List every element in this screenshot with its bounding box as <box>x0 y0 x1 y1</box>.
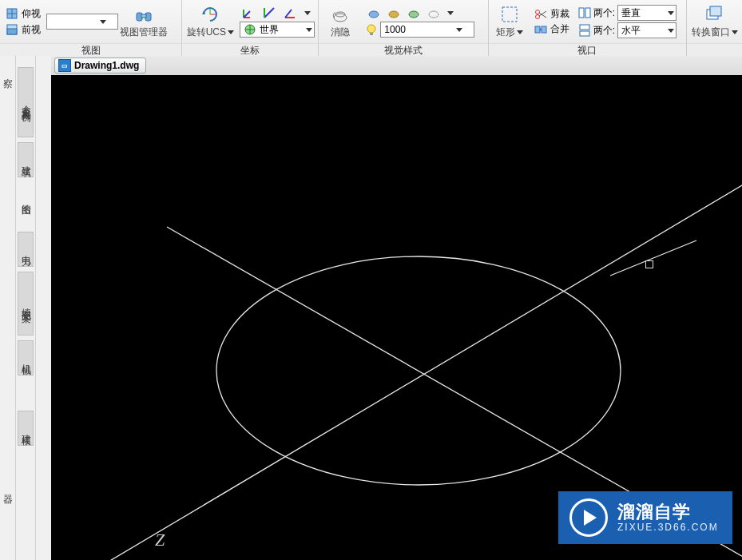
teapot-flat-icon <box>407 6 420 19</box>
shade-btn-4[interactable] <box>425 6 442 20</box>
vp-trim-button[interactable]: 剪裁 <box>532 7 572 22</box>
vp-rect-label: 矩形 <box>496 26 515 39</box>
view-name-input[interactable] <box>50 15 97 28</box>
axis-yz-icon <box>263 6 276 19</box>
dwg-file-icon: ▭ <box>58 59 71 72</box>
svg-point-25 <box>367 25 375 33</box>
palette-tab-architecture[interactable]: 建筑 <box>18 142 34 177</box>
svg-rect-33 <box>542 26 546 33</box>
ucs-xy-button[interactable] <box>240 6 257 20</box>
svg-point-21 <box>369 11 379 18</box>
merge-icon <box>534 23 547 36</box>
svg-point-24 <box>429 11 438 18</box>
vp-row2-combo[interactable]: 水平 <box>617 22 677 38</box>
document-tab[interactable]: ▭ Drawing1.dwg <box>54 58 146 73</box>
document-tab-label: Drawing1.dwg <box>74 60 139 71</box>
chevron-down-icon <box>732 30 738 34</box>
chevron-down-icon <box>304 11 311 15</box>
teapot-solid-icon <box>367 6 380 19</box>
group-label-visual: 视觉样式 <box>319 43 487 57</box>
palette-tab-mechanical[interactable]: 机械 <box>18 340 34 375</box>
vp-row2-a: 两个: <box>593 24 615 38</box>
ucs-zx-button[interactable] <box>281 6 299 20</box>
visual-scale-input[interactable] <box>384 23 453 36</box>
palette-tab-modeling[interactable]: 建模 <box>18 411 34 446</box>
left-top-marker: 察 <box>1 70 14 72</box>
ucs-more-button[interactable] <box>302 6 313 20</box>
palette-tab-power[interactable]: 电力 <box>18 232 34 267</box>
group-label-viewport: 视口 <box>489 43 686 57</box>
cube-top-icon <box>6 7 18 20</box>
vp-row1-value: 垂直 <box>621 6 665 20</box>
globe-icon <box>244 23 256 36</box>
vp-merge-label: 合并 <box>550 22 569 36</box>
rotate-ucs-button[interactable]: 旋转UCS <box>185 2 235 42</box>
hide-label: 消隐 <box>331 26 350 39</box>
ribbon-group-viewport: 矩形 剪裁 合并 两个: 垂直 <box>489 0 687 56</box>
coord-system-value: 世界 <box>260 23 303 37</box>
windows-cascade-icon <box>705 5 724 24</box>
teapot-gouraud-icon <box>387 6 400 19</box>
svg-rect-26 <box>370 33 373 35</box>
view-manager-button[interactable]: 视图管理器 <box>120 2 168 42</box>
svg-point-29 <box>535 14 539 18</box>
palette-tab-commands[interactable]: 命令工具样例 <box>18 67 34 137</box>
convert-window-button[interactable]: 转换窗口 <box>690 2 739 42</box>
left-marker: 器 <box>1 487 14 488</box>
hide-button[interactable]: 消隐 <box>322 2 359 42</box>
svg-rect-35 <box>579 8 584 18</box>
shade-btn-2[interactable] <box>385 6 403 20</box>
svg-line-44 <box>610 240 696 276</box>
front-view-label: 前视 <box>22 23 41 37</box>
teapot-wire-icon <box>331 5 350 24</box>
shade-more-button[interactable] <box>445 6 456 20</box>
chevron-down-icon <box>228 30 234 34</box>
front-view-dropdown[interactable]: 前视 <box>3 22 43 37</box>
coord-system-combo[interactable]: 世界 <box>240 22 315 38</box>
ribbon: 仰视 前视 视图管理器 视图 <box>0 0 742 57</box>
view-name-combo[interactable] <box>46 14 118 30</box>
vp-rect-button[interactable]: 矩形 <box>492 2 527 42</box>
viewport-rect-icon <box>500 5 519 24</box>
chevron-down-icon <box>517 30 523 34</box>
view-manager-label: 视图管理器 <box>120 26 168 39</box>
left-tool-palettes: 察 器 命令工具样例 建筑 给图 电力 填充图案 机械 建模 <box>0 56 51 560</box>
svg-line-14 <box>264 8 274 18</box>
vp-row2-value: 水平 <box>621 24 665 38</box>
svg-line-13 <box>244 11 250 18</box>
svg-point-28 <box>535 10 539 14</box>
drawing-canvas[interactable]: Z 溜溜自学 ZIXUE.3D66.COM <box>51 75 742 560</box>
svg-rect-36 <box>585 8 590 18</box>
svg-rect-32 <box>535 26 540 33</box>
ribbon-group-window: 转换窗口 <box>687 0 742 56</box>
chevron-down-icon <box>306 28 312 32</box>
lightbulb-icon <box>365 23 378 36</box>
shade-btn-3[interactable] <box>405 6 423 20</box>
svg-point-22 <box>389 11 399 18</box>
svg-rect-40 <box>710 6 721 16</box>
svg-rect-7 <box>141 14 146 18</box>
teapot-hidden-icon <box>427 6 440 19</box>
play-circle-icon <box>569 498 608 537</box>
convert-window-label: 转换窗口 <box>692 26 730 39</box>
vp-merge-button[interactable]: 合并 <box>532 22 572 37</box>
crosshair-pickbox <box>645 260 653 268</box>
rotate-axis-icon <box>200 5 220 24</box>
rotate-ucs-label: 旋转UCS <box>187 26 226 39</box>
ribbon-group-coord: 旋转UCS <box>182 0 319 56</box>
canvas-svg <box>51 75 742 560</box>
svg-line-17 <box>285 10 292 18</box>
ribbon-group-visual: 消隐 <box>319 0 488 56</box>
axis-zx-icon <box>284 6 296 19</box>
palette-tab-hatch[interactable]: 填充图案 <box>18 272 34 336</box>
vp-row1-combo[interactable]: 垂直 <box>617 5 677 21</box>
look-from-dropdown[interactable]: 仰视 <box>3 6 43 21</box>
document-tab-bar: ▭ Drawing1.dwg <box>51 56 742 76</box>
shade-btn-1[interactable] <box>365 6 383 20</box>
ucs-yz-button[interactable] <box>260 6 278 20</box>
chevron-down-icon <box>668 11 674 15</box>
vp-row1-a: 两个: <box>593 6 615 20</box>
chevron-down-icon <box>447 11 454 15</box>
vp-two-vert-icon <box>578 6 591 19</box>
visual-scale-combo[interactable] <box>380 22 474 38</box>
